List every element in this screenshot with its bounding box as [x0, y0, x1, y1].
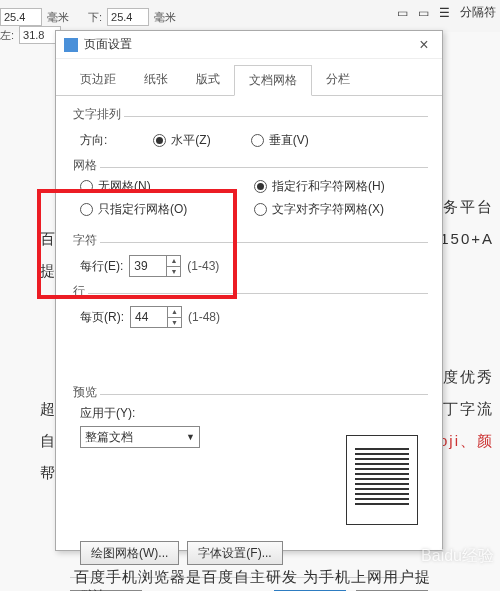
unit-label: 毫米 [154, 10, 176, 25]
tab-paper[interactable]: 纸张 [130, 65, 182, 95]
group-grid: 网格 [70, 157, 100, 174]
per-line-label: 每行(E): [80, 258, 123, 275]
tab-layout[interactable]: 版式 [182, 65, 234, 95]
margin-top-value[interactable] [0, 8, 42, 26]
bg-text: 丁字流 [443, 400, 494, 419]
margin-bottom-value[interactable] [107, 8, 149, 26]
radio-vertical[interactable]: 垂直(V) [251, 132, 309, 149]
group-preview: 预览 [70, 384, 100, 401]
per-page-spinner[interactable]: ▲▼ [130, 306, 182, 328]
tab-columns[interactable]: 分栏 [312, 65, 364, 95]
dialog-icon [64, 38, 78, 52]
chevron-down-icon: ▼ [186, 432, 195, 442]
spin-up-icon[interactable]: ▲ [167, 256, 180, 267]
group-chars: 字符 [70, 232, 100, 249]
spin-down-icon[interactable]: ▼ [168, 318, 181, 328]
bg-text: 150+A [440, 230, 494, 247]
unit-label: 毫米 [47, 10, 69, 25]
toolbar-icon[interactable]: ☰ [439, 6, 450, 20]
dialog-title: 页面设置 [84, 36, 132, 53]
radio-align-char-grid[interactable]: 文字对齐字符网格(X) [254, 201, 388, 218]
direction-label: 方向: [80, 132, 107, 149]
bg-text: 务平台 [443, 198, 494, 217]
toolbar-right: ▭ ▭ ☰ 分隔符 [397, 4, 496, 21]
close-icon[interactable]: × [414, 36, 434, 54]
draw-grid-button[interactable]: 绘图网格(W)... [80, 541, 179, 565]
group-text-arrange: 文字排列 [70, 106, 124, 123]
radio-no-grid[interactable]: 无网格(N) [80, 178, 214, 195]
per-page-input[interactable] [131, 307, 167, 327]
radio-line-grid[interactable]: 只指定行网格(O) [80, 201, 214, 218]
per-line-spinner[interactable]: ▲▼ [129, 255, 181, 277]
spin-down-icon[interactable]: ▼ [167, 267, 180, 277]
tab-document-grid[interactable]: 文档网格 [234, 65, 312, 96]
per-line-input[interactable] [130, 256, 166, 276]
background-paragraph: 百度手机浏览器是百度自主研发 为手机上网用户提 [74, 568, 431, 587]
toolbar-icon[interactable]: ▭ [418, 6, 429, 20]
tab-bar: 页边距 纸张 版式 文档网格 分栏 [56, 59, 442, 96]
radio-horizontal[interactable]: 水平(Z) [153, 132, 210, 149]
margin-left-label: 左: [0, 28, 14, 43]
toolbar-icon[interactable]: ▭ [397, 6, 408, 20]
per-line-range: (1-43) [187, 259, 219, 273]
per-page-range: (1-48) [188, 310, 220, 324]
page-setup-dialog: 页面设置 × 页边距 纸张 版式 文档网格 分栏 文字排列 方向: 水平(Z) … [55, 30, 443, 551]
watermark: Baidu经验 [421, 546, 494, 567]
radio-line-char-grid[interactable]: 指定行和字符网格(H) [254, 178, 388, 195]
separator-label[interactable]: 分隔符 [460, 4, 496, 21]
bg-text: 度优秀 [443, 368, 494, 387]
font-settings-button[interactable]: 字体设置(F)... [187, 541, 282, 565]
margin-bottom-label: 下: [88, 10, 102, 25]
per-page-label: 每页(R): [80, 309, 124, 326]
group-lines: 行 [70, 283, 88, 300]
apply-to-select[interactable]: 整篇文档 ▼ [80, 426, 200, 448]
preview-thumbnail [346, 435, 418, 525]
spin-up-icon[interactable]: ▲ [168, 307, 181, 318]
tab-margins[interactable]: 页边距 [66, 65, 130, 95]
apply-to-label: 应用于(Y): [80, 405, 200, 422]
